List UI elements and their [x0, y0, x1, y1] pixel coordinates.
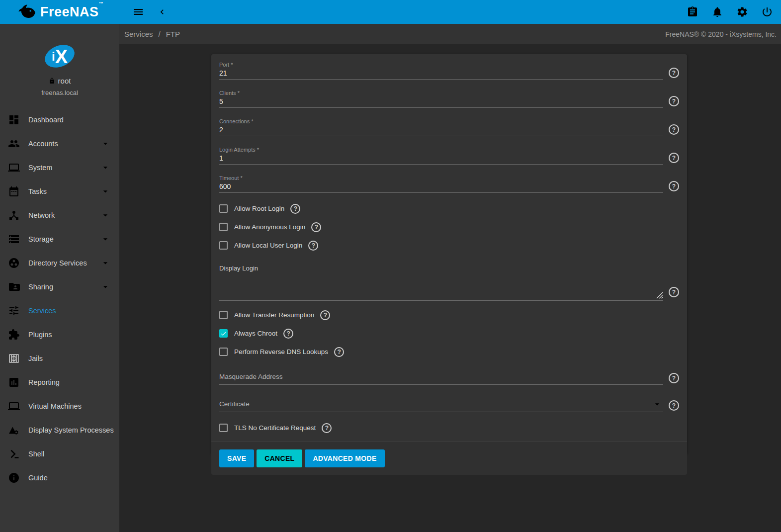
sidebar-item-label: Network	[28, 211, 100, 219]
help-icon[interactable]: ?	[322, 423, 332, 433]
login-attempts-field-row: Login Attempts * ?	[219, 147, 679, 165]
chevron-down-icon	[100, 258, 110, 268]
chevron-down-icon	[100, 163, 110, 173]
sidebar-item-accounts[interactable]: Accounts	[0, 132, 119, 156]
network-hub-icon	[8, 209, 20, 221]
help-icon[interactable]: ?	[283, 329, 293, 339]
username: root	[58, 77, 71, 85]
sidebar-item-label: Directory Services	[28, 259, 100, 267]
sidebar-item-label: Plugins	[28, 331, 110, 339]
tasks-log-icon[interactable]	[687, 6, 698, 18]
display-login-textarea[interactable]	[219, 272, 663, 301]
always-chroot-checkbox[interactable]	[219, 329, 228, 338]
sidebar-item-services[interactable]: Services	[0, 299, 119, 323]
allow-anonymous-login-checkbox[interactable]	[219, 223, 228, 231]
terminal-icon	[8, 448, 20, 460]
chevron-down-icon	[100, 282, 110, 292]
login-attempts-input[interactable]	[219, 153, 663, 165]
sidebar-item-jails[interactable]: Jails	[0, 347, 119, 370]
help-icon[interactable]: ?	[308, 241, 318, 251]
timeout-field: Timeout *	[219, 175, 663, 193]
connections-input[interactable]	[219, 125, 663, 136]
allow-local-user-login-checkbox[interactable]	[219, 241, 228, 250]
help-icon[interactable]: ?	[290, 204, 300, 214]
sidebar-item-system[interactable]: System	[0, 156, 119, 179]
sidebar-item-shell[interactable]: Shell	[0, 442, 119, 466]
clients-field-row: Clients * ?	[219, 90, 679, 108]
tls-no-certificate-request-row: TLS No Certificate Request ?	[219, 423, 679, 433]
chevron-down-icon	[100, 234, 110, 244]
help-icon[interactable]: ?	[320, 310, 330, 320]
help-icon[interactable]: ?	[669, 153, 679, 163]
sidebar-item-network[interactable]: Network	[0, 203, 119, 227]
advanced-mode-button[interactable]: ADVANCED MODE	[305, 449, 384, 467]
clients-field: Clients *	[219, 90, 663, 108]
perform-reverse-dns-lookups-checkbox[interactable]	[219, 348, 228, 356]
sidebar-item-virtual-machines[interactable]: Virtual Machines	[0, 394, 119, 418]
sidebar-item-label: Jails	[28, 355, 110, 362]
help-icon[interactable]: ?	[669, 400, 679, 411]
allow-transfer-resumption-row: Allow Transfer Resumption ?	[219, 310, 679, 320]
breadcrumb-separator: /	[159, 30, 161, 38]
timeout-field-row: Timeout * ?	[219, 175, 679, 193]
hostname: freenas.local	[0, 89, 119, 96]
resize-handle-icon[interactable]	[656, 292, 663, 299]
allow-transfer-resumption-checkbox[interactable]	[219, 311, 228, 319]
certificate-row: Certificate ?	[219, 399, 679, 412]
help-icon[interactable]: ?	[669, 373, 679, 383]
help-icon[interactable]: ?	[669, 124, 679, 135]
settings-gear-icon[interactable]	[736, 6, 748, 18]
timeout-input[interactable]	[219, 181, 663, 193]
port-input[interactable]	[219, 68, 663, 80]
people-icon	[8, 138, 20, 150]
sidebar-item-label: Accounts	[28, 140, 100, 148]
display-login-label: Display Login	[219, 265, 679, 272]
sidebar-item-sharing[interactable]: Sharing	[0, 275, 119, 299]
help-icon[interactable]: ?	[311, 222, 321, 232]
sidebar-item-tasks[interactable]: Tasks	[0, 179, 119, 203]
connections-field-row: Connections * ?	[219, 118, 679, 136]
help-icon[interactable]: ?	[669, 96, 679, 106]
help-icon[interactable]: ?	[334, 347, 344, 357]
always-chroot-row: Always Chroot ?	[219, 328, 679, 339]
connections-field: Connections *	[219, 118, 663, 136]
breadcrumb: Services / FTP	[124, 30, 180, 38]
sidebar-item-label: Display System Processes	[28, 426, 114, 434]
help-icon[interactable]: ?	[669, 68, 679, 78]
port-field-row: Port * ?	[219, 62, 679, 80]
sidebar-item-reporting[interactable]: Reporting	[0, 370, 119, 394]
breadcrumb-current-page: FTP	[166, 30, 180, 38]
power-icon[interactable]	[761, 6, 773, 18]
tls-no-certificate-request-checkbox[interactable]	[219, 424, 228, 432]
sidebar-item-plugins[interactable]: Plugins	[0, 323, 119, 347]
sidebar-item-display-system-processes[interactable]: Display System Processes	[0, 418, 119, 442]
sidebar-item-guide[interactable]: Guide	[0, 466, 119, 490]
chevron-down-icon	[100, 210, 110, 220]
notifications-bell-icon[interactable]	[711, 6, 723, 18]
certificate-select[interactable]: Certificate	[219, 399, 663, 412]
tune-sliders-icon	[8, 305, 20, 317]
sidebar-item-directory-services[interactable]: Directory Services	[0, 251, 119, 275]
field-placeholder: Masquerade Address	[219, 373, 283, 380]
puzzle-icon	[8, 329, 20, 341]
field-label: Login Attempts *	[219, 147, 663, 153]
allow-root-login-checkbox[interactable]	[219, 204, 228, 213]
collapse-sidebar-icon[interactable]	[157, 7, 167, 17]
calendar-icon	[8, 185, 20, 197]
bar-chart-icon	[8, 376, 20, 388]
menu-icon[interactable]	[132, 6, 144, 18]
sidebar-item-label: Shell	[28, 450, 110, 458]
dashboard-icon	[8, 114, 20, 126]
help-icon[interactable]: ?	[669, 181, 679, 191]
sidebar-item-storage[interactable]: Storage	[0, 227, 119, 251]
perform-reverse-dns-lookups-row: Perform Reverse DNS Lookups ?	[219, 347, 679, 357]
cancel-button[interactable]: CANCEL	[257, 449, 302, 467]
help-icon[interactable]: ?	[669, 287, 679, 297]
clients-input[interactable]	[219, 96, 663, 108]
masquerade-address-input[interactable]: Masquerade Address	[219, 372, 663, 385]
brand-name: FreeNAS™	[40, 5, 103, 19]
breadcrumb-services-link[interactable]: Services	[124, 30, 153, 38]
sidebar: iX root freenas.local Dashboard Accounts…	[0, 24, 119, 532]
save-button[interactable]: SAVE	[219, 449, 254, 467]
sidebar-item-dashboard[interactable]: Dashboard	[0, 108, 119, 132]
